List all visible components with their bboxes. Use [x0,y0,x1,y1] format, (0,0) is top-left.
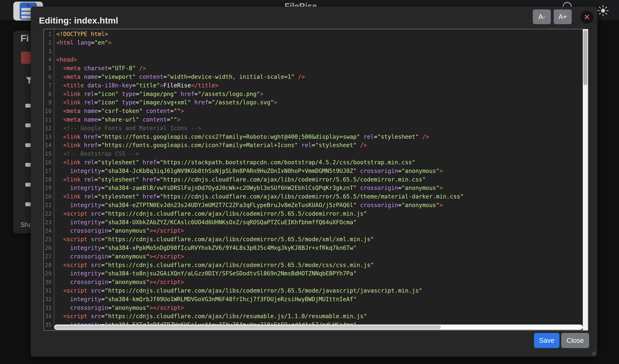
font-increase-button[interactable]: A+ [554,9,572,24]
code-line[interactable]: <title data-i18n-key="title">FileRise</t… [56,81,583,90]
code-line[interactable]: <head> [56,55,583,64]
line-number: 20 [44,192,54,201]
line-number: 30 [44,278,54,286]
save-button[interactable]: Save [534,333,559,348]
edit-file-modal: Editing: index.html A- A+ ✕ 123456789101… [31,7,597,357]
line-number: 32 [44,295,54,304]
line-number: 13 [44,133,54,141]
horizontal-scrollbar-thumb[interactable] [55,325,441,329]
line-number: 17 [44,167,54,175]
code-line[interactable]: <meta name="viewport" content="width=dev… [56,73,583,81]
code-line[interactable]: integrity="sha384-JcKb8q3iqJ61gNV9KGb8th… [56,167,583,175]
code-line[interactable]: crossorigin="anonymous"></script> [56,227,583,235]
code-line[interactable]: <!-- Bootstrap CSS --> [56,149,583,158]
line-number: 4 [44,55,54,64]
line-number: 28 [44,261,54,270]
code-line[interactable] [56,47,583,56]
vertical-scrollbar[interactable] [583,29,588,330]
line-number: 16 [44,158,54,167]
line-number: 24 [44,227,54,235]
close-icon[interactable]: ✕ [580,11,593,24]
line-number: 34 [44,312,54,321]
line-number: 15 [44,149,54,158]
code-line[interactable]: <link rel="icon" type="image/png" href="… [56,90,583,98]
font-decrease-button[interactable]: A- [533,9,551,24]
line-number: 1 [44,30,54,39]
code-line[interactable]: integrity="sha384-zaeBlB/vwYsDRSlFajnDd7… [56,184,583,192]
code-editor[interactable]: 1234567891011121314151617181920212223242… [43,29,588,331]
code-line[interactable]: <script src="https://cdnjs.cloudflare.co… [56,286,583,295]
code-line[interactable]: <html lang="en"> [56,39,583,47]
code-line[interactable]: <script src="https://cdnjs.cloudflare.co… [56,210,583,218]
code-line[interactable]: <link rel="stylesheet" href="https://cdn… [56,175,583,184]
code-line[interactable]: integrity="sha384-eZTPTN0EvJdn23s24UDYJm… [56,201,583,210]
code-line[interactable]: <script src="https://cdnjs.cloudflare.co… [56,235,583,244]
code-line[interactable]: <link rel="stylesheet" href="https://cdn… [56,192,583,201]
code-line[interactable]: <link rel="icon" type="image/svg+xml" hr… [56,98,583,107]
line-number: 11 [44,115,54,124]
line-number: 12 [44,124,54,133]
modal-title: Editing: index.html [39,15,118,26]
code-line[interactable]: integrity="sha384-xPpkMo5nDgD98fIcuRVYhx… [56,244,583,252]
line-number: 27 [44,252,54,261]
line-number: 19 [44,184,54,192]
line-number: 29 [44,269,54,278]
code-line[interactable]: <link href="https://fonts.googleapis.com… [56,141,583,149]
line-number: 25 [44,235,54,244]
line-number: 9 [44,98,54,107]
line-number: 22 [44,210,54,218]
code-line[interactable]: crossorigin="anonymous"></script> [56,304,583,312]
code-line[interactable]: crossorigin="anonymous"></script> [56,278,583,286]
horizontal-scrollbar[interactable] [54,324,583,330]
line-number: 3 [44,47,54,56]
code-line[interactable]: integrity="sha384-kmQrbJf09Uo1WRLMDVGoVG… [56,295,583,304]
line-number: 26 [44,244,54,252]
code-line[interactable]: integrity="sha384-UXbkZAbZYZ/KCAslc6UO4d… [56,218,583,227]
filerise-app: FileRise Fi D Sho Editing: index.html A- [0,0,619,364]
line-number: 35 [44,321,54,329]
code-line[interactable]: integrity="sha384-to8njsu2GAiXQnY/aLGzz0… [56,269,583,278]
line-number-gutter: 1234567891011121314151617181920212223242… [44,29,54,330]
code-line[interactable]: <script src="https://cdnjs.cloudflare.co… [56,261,583,270]
line-number: 18 [44,175,54,184]
code-line[interactable]: <link href="https://fonts.googleapis.com… [56,133,583,141]
resize-handle-icon[interactable] [591,351,596,355]
line-number: 14 [44,141,54,149]
code-line[interactable]: crossorigin="anonymous"></script> [56,252,583,261]
code-area[interactable]: <!DOCTYPE html><html lang="en"> <head> <… [55,29,583,330]
code-line[interactable]: <!-- Google Fonts and Material Icons --> [56,124,583,133]
code-line[interactable]: <script src="https://cdnjs.cloudflare.co… [56,312,583,321]
line-number: 7 [44,81,54,90]
line-number: 6 [44,73,54,81]
code-line[interactable]: <meta charset="UTF-8" /> [56,64,583,73]
line-number: 31 [44,286,54,295]
line-number: 23 [44,218,54,227]
line-number: 5 [44,64,54,73]
line-number: 21 [44,201,54,210]
code-line[interactable]: <link rel="stylesheet" href="https://sta… [56,158,583,167]
vertical-scrollbar-thumb[interactable] [583,30,587,85]
code-line[interactable]: <meta name="share-url" content=""> [56,115,583,124]
code-line[interactable]: <meta name="csrf-token" content=""> [56,107,583,115]
line-number: 8 [44,90,54,98]
close-button[interactable]: Close [561,333,589,348]
line-number: 2 [44,39,54,47]
line-number: 10 [44,107,54,115]
code-line[interactable]: <!DOCTYPE html> [56,30,583,39]
line-number: 33 [44,304,54,312]
